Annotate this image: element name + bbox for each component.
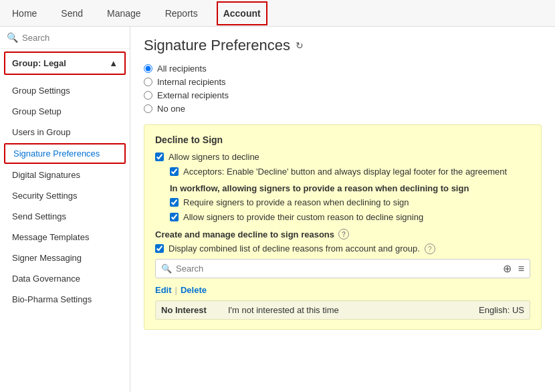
allow-signers-row[interactable]: Allow signers to decline <box>155 152 530 162</box>
sidebar-search-box[interactable]: 🔍 <box>0 27 130 49</box>
decline-section-title: Decline to Sign <box>155 134 530 145</box>
sidebar-item-data-governance[interactable]: Data Governance <box>0 268 130 289</box>
sidebar-item-users-in-group[interactable]: Users in Group <box>0 122 130 142</box>
nav-manage[interactable]: Manage <box>102 3 146 24</box>
display-combined-checkbox[interactable] <box>155 244 164 253</box>
display-combined-row[interactable]: Display combined list of decline reasons… <box>155 243 530 254</box>
reason-lang-cell: English: US <box>471 305 524 315</box>
allow-custom-label: Allow signers to provide their custom re… <box>183 212 423 222</box>
sidebar-item-group-settings[interactable]: Group Settings <box>0 80 130 101</box>
radio-no-one-label: No one <box>157 104 185 114</box>
group-label: Group: Legal <box>12 58 66 68</box>
sidebar-search-input[interactable] <box>22 33 123 43</box>
edit-link[interactable]: Edit <box>155 285 172 295</box>
menu-lines-icon[interactable]: ≡ <box>518 263 524 275</box>
sidebar-item-group-setup[interactable]: Group Setup <box>0 101 130 122</box>
sidebar-nav: Group Settings Group Setup Users in Grou… <box>0 78 130 312</box>
delete-link[interactable]: Delete <box>181 285 207 295</box>
radio-external-label: External recipients <box>157 90 229 100</box>
edit-delete-row: Edit | Delete <box>155 285 530 295</box>
allow-custom-row[interactable]: Allow signers to provide their custom re… <box>170 212 530 222</box>
add-reason-icon[interactable]: ⊕ <box>503 262 512 275</box>
sidebar-item-security-settings[interactable]: Security Settings <box>0 185 130 206</box>
radio-internal-recipients[interactable]: Internal recipients <box>144 77 542 87</box>
page-title-text: Signature Preferences <box>144 37 290 54</box>
manage-label-text: Create and manage decline to sign reason… <box>155 229 334 239</box>
decline-reason-row[interactable]: No Interest I'm not interested at this t… <box>155 300 530 320</box>
decline-to-sign-section: Decline to Sign Allow signers to decline… <box>144 124 542 330</box>
search-bar-icon: 🔍 <box>161 264 172 274</box>
recipients-radio-group: All recipients Internal recipients Exter… <box>144 64 542 114</box>
allow-custom-checkbox[interactable] <box>170 213 179 221</box>
reason-value-cell: I'm not interested at this time <box>228 305 464 315</box>
sidebar-item-bio-pharma-settings[interactable]: Bio-Pharma Settings <box>0 289 130 310</box>
radio-all-recipients[interactable]: All recipients <box>144 64 542 74</box>
radio-internal-label: Internal recipients <box>157 77 226 87</box>
radio-no-one[interactable]: No one <box>144 104 542 114</box>
group-header[interactable]: Group: Legal ▲ <box>4 52 126 75</box>
allow-signers-checkbox[interactable] <box>155 153 164 161</box>
page-title-row: Signature Preferences ↻ <box>144 37 542 54</box>
sidebar: 🔍 Group: Legal ▲ Group Settings Group Se… <box>0 27 130 392</box>
require-reason-label: Require signers to provide a reason when… <box>183 197 409 207</box>
search-bar-actions: ⊕ ≡ <box>503 262 524 275</box>
sidebar-item-signer-messaging[interactable]: Signer Messaging <box>0 248 130 268</box>
require-reason-row[interactable]: Require signers to provide a reason when… <box>170 197 530 207</box>
top-navigation: Home Send Manage Reports Account <box>0 0 555 27</box>
workflow-label: In workflow, allowing signers to provide… <box>170 183 530 193</box>
sidebar-item-message-templates[interactable]: Message Templates <box>0 227 130 248</box>
main-layout: 🔍 Group: Legal ▲ Group Settings Group Se… <box>0 27 555 392</box>
sidebar-item-digital-signatures[interactable]: Digital Signatures <box>0 165 130 185</box>
nav-send[interactable]: Send <box>56 3 88 24</box>
decline-search-bar[interactable]: 🔍 ⊕ ≡ <box>155 259 530 278</box>
search-icon: 🔍 <box>7 32 18 43</box>
manage-label-row: Create and manage decline to sign reason… <box>155 229 530 239</box>
allow-signers-label: Allow signers to decline <box>169 152 259 162</box>
pipe-separator: | <box>175 285 177 295</box>
chevron-up-icon: ▲ <box>109 58 118 68</box>
acceptors-row[interactable]: Acceptors: Enable 'Decline' button and a… <box>170 167 530 177</box>
require-reason-checkbox[interactable] <box>170 198 179 207</box>
radio-all-label: All recipients <box>157 64 207 74</box>
display-combined-help-icon[interactable]: ? <box>425 243 435 254</box>
nav-account[interactable]: Account <box>217 1 267 25</box>
decline-search-input[interactable] <box>176 264 503 274</box>
acceptors-label: Acceptors: Enable 'Decline' button and a… <box>183 167 507 177</box>
sidebar-item-signature-preferences[interactable]: Signature Preferences <box>4 143 126 164</box>
display-combined-label: Display combined list of decline reasons… <box>169 243 420 254</box>
reason-label-cell: No Interest <box>161 305 221 315</box>
nav-reports[interactable]: Reports <box>160 3 203 24</box>
refresh-icon[interactable]: ↻ <box>296 40 304 51</box>
radio-external-recipients[interactable]: External recipients <box>144 90 542 100</box>
acceptors-checkbox[interactable] <box>170 167 179 176</box>
content-area: Signature Preferences ↻ All recipients I… <box>130 27 555 392</box>
manage-help-icon[interactable]: ? <box>338 229 349 239</box>
sidebar-item-send-settings[interactable]: Send Settings <box>0 206 130 227</box>
nav-home[interactable]: Home <box>7 3 42 24</box>
